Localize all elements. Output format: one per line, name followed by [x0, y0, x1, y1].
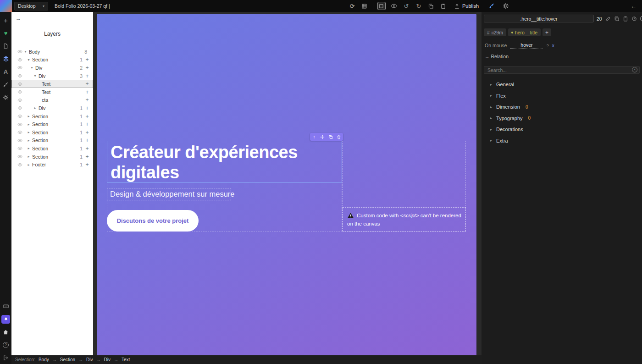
- breadcrumb-item[interactable]: Div: [104, 357, 111, 362]
- search-clear-icon[interactable]: ×: [632, 67, 637, 72]
- hero-cta-button[interactable]: Discutons de votre projet: [107, 210, 199, 232]
- accordion-dimension[interactable]: ▸Dimension0: [484, 101, 640, 113]
- chevron-down-icon[interactable]: ▾: [26, 58, 31, 62]
- grid-view-icon[interactable]: [360, 2, 369, 10]
- add-child-icon[interactable]: +: [85, 73, 89, 79]
- paste-clipboard-icon[interactable]: [439, 2, 448, 10]
- chevron-right-icon[interactable]: ▸: [26, 122, 31, 127]
- add-child-icon[interactable]: +: [85, 56, 89, 63]
- device-selector[interactable]: Desktop ▾: [14, 2, 48, 11]
- visibility-eye-icon[interactable]: [17, 146, 23, 151]
- help-question-icon[interactable]: ?: [640, 15, 642, 22]
- visibility-eye-icon[interactable]: [17, 57, 23, 62]
- layer-label[interactable]: cta: [42, 97, 48, 103]
- layer-row-section[interactable]: ▸Section1+: [11, 153, 93, 161]
- layer-label[interactable]: Div: [39, 73, 45, 79]
- layer-label[interactable]: Div: [39, 105, 45, 111]
- add-child-icon[interactable]: +: [85, 137, 89, 143]
- state-clear-icon[interactable]: x: [552, 43, 554, 48]
- accordion-decorations[interactable]: ▸Decorations: [484, 124, 640, 135]
- breadcrumb-item[interactable]: Div: [86, 357, 93, 362]
- copy-icon[interactable]: [427, 2, 435, 10]
- select-parent-icon[interactable]: ↑: [312, 134, 317, 139]
- breadcrumb-item[interactable]: Body: [39, 357, 49, 362]
- add-child-icon[interactable]: +: [85, 89, 89, 95]
- chevron-right-icon[interactable]: ▸: [26, 146, 31, 150]
- redo-icon[interactable]: ↻: [415, 2, 423, 10]
- chevron-down-icon[interactable]: ▾: [33, 74, 38, 78]
- element-id-chip[interactable]: # ii29m: [484, 28, 506, 36]
- add-child-icon[interactable]: +: [85, 145, 89, 152]
- layer-label[interactable]: Section: [32, 154, 48, 160]
- add-class-button[interactable]: +: [542, 28, 551, 36]
- publish-button[interactable]: Publish: [454, 3, 479, 9]
- chevron-right-icon[interactable]: ▸: [26, 163, 31, 167]
- layer-row-section[interactable]: ▾Section1+: [11, 56, 93, 64]
- settings-gear-icon[interactable]: [502, 2, 510, 10]
- visibility-eye-icon[interactable]: [17, 98, 23, 103]
- add-child-icon[interactable]: +: [85, 81, 89, 87]
- chevron-right-icon[interactable]: ▸: [26, 138, 31, 143]
- typography-icon[interactable]: A: [1, 65, 11, 78]
- help-question-icon[interactable]: ?: [1, 338, 11, 351]
- layer-label[interactable]: Div: [35, 65, 42, 71]
- visibility-eye-icon[interactable]: [17, 130, 23, 135]
- home-icon[interactable]: [1, 325, 11, 338]
- back-arrow-icon[interactable]: ←: [631, 3, 636, 10]
- preview-eye-icon[interactable]: [390, 2, 398, 10]
- visibility-eye-icon[interactable]: [17, 105, 23, 110]
- add-child-icon[interactable]: +: [85, 113, 89, 120]
- layer-row-footer[interactable]: ▸Footer1+: [11, 160, 93, 169]
- visibility-eye-icon[interactable]: [17, 73, 23, 78]
- layer-row-div[interactable]: ▸Div1+: [11, 104, 93, 112]
- templates-heart-icon[interactable]: ♥: [1, 27, 11, 39]
- notifications-bell-icon[interactable]: [1, 313, 11, 325]
- breadcrumb-item[interactable]: Text: [122, 357, 130, 362]
- visibility-eye-icon[interactable]: [17, 114, 23, 119]
- paste-styles-icon[interactable]: [622, 15, 629, 22]
- canvas[interactable]: ↑ Cr: [97, 14, 476, 355]
- layer-label[interactable]: Body: [29, 49, 40, 55]
- visibility-eye-icon[interactable]: [17, 82, 23, 87]
- relation-row[interactable]: →Relation: [484, 54, 640, 59]
- active-class-input[interactable]: [484, 15, 594, 22]
- accordion-extra[interactable]: ▸Extra: [484, 135, 640, 147]
- add-child-icon[interactable]: +: [85, 105, 89, 111]
- copy-styles-icon[interactable]: [614, 15, 620, 22]
- layer-label[interactable]: Section: [32, 57, 48, 62]
- add-child-icon[interactable]: +: [85, 161, 89, 168]
- delete-trash-icon[interactable]: [337, 134, 342, 139]
- add-child-icon[interactable]: +: [85, 97, 89, 103]
- class-chip[interactable]: hero__title: [508, 28, 541, 36]
- layer-row-body[interactable]: ▾Body8: [11, 48, 93, 56]
- visibility-eye-icon[interactable]: [17, 122, 23, 127]
- accordion-general[interactable]: ▸General: [484, 79, 640, 90]
- undo-icon[interactable]: ↺: [402, 2, 410, 10]
- add-child-icon[interactable]: +: [85, 154, 89, 160]
- property-search-input[interactable]: [484, 66, 640, 74]
- state-help-icon[interactable]: ?: [546, 43, 548, 48]
- visibility-eye-icon[interactable]: [17, 162, 23, 167]
- add-child-icon[interactable]: +: [85, 121, 89, 127]
- chevron-down-icon[interactable]: ▾: [23, 50, 28, 54]
- layer-label[interactable]: Footer: [32, 162, 46, 167]
- visibility-eye-icon[interactable]: [17, 89, 23, 94]
- collapse-panel-arrow-icon[interactable]: →: [16, 15, 21, 22]
- hero-title[interactable]: Créateur d'expériences digitales: [107, 141, 342, 182]
- layer-label[interactable]: Section: [32, 121, 48, 127]
- layer-label[interactable]: Text: [42, 89, 50, 95]
- chevron-right-icon[interactable]: ▸: [26, 130, 31, 134]
- layer-row-section[interactable]: ▸Section1+: [11, 128, 93, 137]
- layer-row-text[interactable]: Text+: [11, 88, 93, 96]
- add-child-icon[interactable]: +: [85, 65, 89, 71]
- chevron-down-icon[interactable]: ▾: [29, 66, 34, 70]
- layer-label[interactable]: Section: [32, 138, 48, 143]
- add-child-icon[interactable]: +: [85, 129, 89, 136]
- visibility-eye-icon[interactable]: [17, 65, 23, 70]
- refresh-icon[interactable]: ⟳: [348, 2, 356, 10]
- visibility-eye-icon[interactable]: [17, 49, 23, 54]
- layer-label[interactable]: Section: [32, 146, 48, 151]
- state-dropdown[interactable]: hover: [510, 42, 543, 49]
- chevron-right-icon[interactable]: ▸: [26, 154, 31, 159]
- app-logo[interactable]: [0, 0, 12, 12]
